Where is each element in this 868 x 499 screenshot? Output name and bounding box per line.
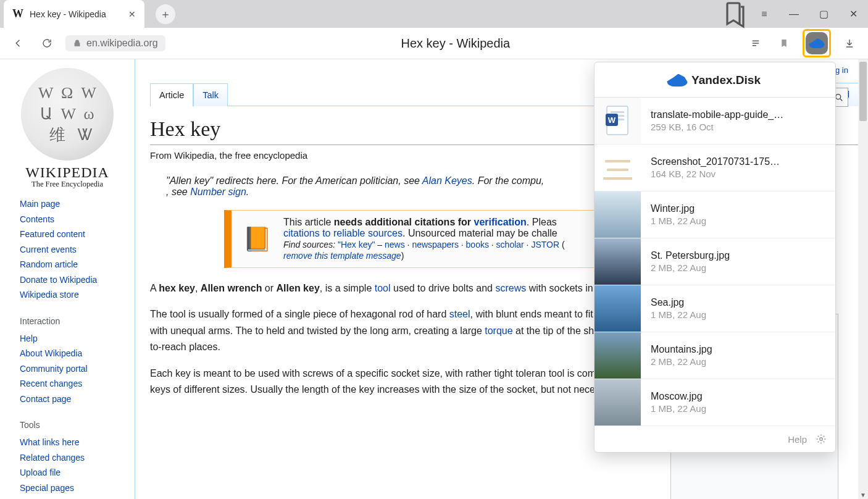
ambox-book-icon: 📙 [241, 217, 272, 261]
panel-footer: Help [595, 426, 835, 452]
nav-tools-link-0[interactable]: What links here [20, 437, 79, 447]
link-torque[interactable]: torque [485, 325, 512, 336]
browser-menu-icon[interactable]: ≡ [749, 0, 779, 28]
wikipedia-wordmark: WIKIPEDIA [0, 164, 135, 181]
yandex-disk-panel: Yandex.Disk Wtranslate-mobile-app-guide_… [594, 62, 836, 453]
nav-tools-link-2[interactable]: Upload file [20, 468, 61, 477]
tab-talk[interactable]: Talk [193, 83, 228, 106]
tab-close-icon[interactable]: ✕ [128, 9, 136, 19]
file-row[interactable]: Sea.jpg1 MB, 22 Aug [595, 285, 835, 332]
yandex-disk-extension-button[interactable] [806, 32, 828, 54]
file-name: Winter.jpg [651, 203, 825, 214]
bookmarks-bar-icon[interactable] [720, 0, 749, 28]
wikipedia-globe-icon [21, 68, 114, 161]
link-remove-template[interactable]: remove this template message [283, 251, 401, 261]
file-thumb-img [595, 332, 641, 379]
wiki-sidebar: WIKIPEDIA The Free Encyclopedia Main pag… [0, 59, 135, 499]
nav-main-link-1[interactable]: Contents [20, 214, 54, 224]
file-thumb-img [595, 191, 641, 238]
file-meta: 259 KB, 16 Oct [651, 122, 825, 132]
file-row[interactable]: Winter.jpg1 MB, 22 Aug [595, 191, 835, 238]
bookmark-page-icon[interactable] [774, 33, 794, 53]
nav-main-link-3[interactable]: Current events [20, 245, 77, 254]
link-news[interactable]: news [385, 240, 405, 250]
tab-title: Hex key - Wikipedia [30, 9, 122, 19]
browser-titlebar: W Hex key - Wikipedia ✕ ＋ ≡ — ▢ ✕ [0, 0, 868, 28]
scroll-thumb[interactable] [859, 62, 867, 121]
link-verification[interactable]: verification [474, 217, 527, 227]
file-name: Sea.jpg [651, 297, 825, 308]
nav-main-link-5[interactable]: Donate to Wikipedia [20, 275, 97, 285]
link-number-sign[interactable]: Number sign [190, 187, 246, 197]
nav-main-link-0[interactable]: Main page [20, 199, 60, 209]
yandex-disk-extension-highlight [803, 29, 831, 57]
svg-rect-2 [611, 111, 624, 113]
file-meta: 1 MB, 22 Aug [651, 403, 825, 414]
svg-point-7 [820, 438, 823, 441]
file-thumb-doc: W [595, 98, 641, 144]
link-steel[interactable]: steel [449, 309, 470, 319]
nav-interaction-link-3[interactable]: Recent changes [20, 379, 82, 388]
panel-title: Yandex.Disk [595, 62, 835, 97]
file-thumb-img [595, 238, 641, 285]
panel-help-link[interactable]: Help [788, 434, 807, 445]
file-name: Moscow.jpg [651, 391, 825, 402]
window-minimize-icon[interactable]: — [779, 0, 809, 28]
file-name: St. Petersburg.jpg [651, 250, 825, 261]
link-reliable-sources[interactable]: citations to reliable sources [283, 228, 403, 238]
browser-toolbar: en.wikipedia.org Hex key - Wikipedia [0, 28, 868, 59]
browser-tab-active[interactable]: W Hex key - Wikipedia ✕ [4, 0, 144, 28]
file-row[interactable]: St. Petersburg.jpg2 MB, 22 Aug [595, 238, 835, 285]
file-row[interactable]: Wtranslate-mobile-app-guide_…259 KB, 16 … [595, 97, 835, 144]
nav-tools-link-1[interactable]: Related changes [20, 453, 85, 463]
file-name: translate-mobile-app-guide_… [651, 109, 825, 120]
nav-main-link-2[interactable]: Featured content [20, 229, 85, 239]
file-meta: 2 MB, 22 Aug [651, 356, 825, 367]
url-text: en.wikipedia.org [86, 38, 158, 49]
downloads-icon[interactable] [840, 33, 859, 53]
nav-heading-interaction: Interaction [20, 316, 121, 326]
nav-main-link-6[interactable]: Wikipedia store [20, 290, 79, 300]
file-meta: 1 MB, 22 Aug [651, 309, 825, 320]
nav-reload-button[interactable] [37, 33, 57, 53]
page-title: Hex key - Wikipedia [174, 36, 737, 51]
cloud-icon [667, 74, 688, 87]
nav-interaction-link-2[interactable]: Community portal [20, 364, 88, 374]
url-box[interactable]: en.wikipedia.org [65, 35, 165, 51]
page-scrollbar[interactable]: ▲ ▼ [858, 59, 868, 499]
wikipedia-logo[interactable]: WIKIPEDIA The Free Encyclopedia [0, 68, 135, 189]
window-close-icon[interactable]: ✕ [838, 0, 868, 28]
file-name: Mountains.jpg [651, 344, 825, 355]
file-row[interactable]: Screenshot_20170731-175…164 KB, 22 Nov [595, 144, 835, 191]
new-tab-button[interactable]: ＋ [156, 4, 175, 24]
nav-tools-link-3[interactable]: Special pages [20, 483, 74, 493]
nav-interaction-link-4[interactable]: Contact page [20, 394, 71, 404]
file-meta: 2 MB, 22 Aug [651, 262, 825, 273]
nav-main-link-4[interactable]: Random article [20, 259, 78, 269]
cloud-icon [809, 38, 825, 48]
login-link[interactable]: g in [835, 65, 848, 75]
link-alan-keyes[interactable]: Alan Keyes [422, 175, 472, 186]
file-thumb-shot [595, 145, 641, 191]
window-maximize-icon[interactable]: ▢ [809, 0, 838, 28]
svg-point-0 [835, 94, 840, 99]
gear-icon[interactable] [816, 434, 827, 445]
tab-article[interactable]: Article [150, 83, 193, 107]
file-row[interactable]: Mountains.jpg2 MB, 22 Aug [595, 332, 835, 379]
link-tool[interactable]: tool [375, 283, 391, 293]
link-find-hexkey[interactable]: "Hex key" [338, 240, 375, 250]
link-screws[interactable]: screws [495, 283, 526, 293]
nav-back-button[interactable] [9, 33, 28, 53]
reader-mode-icon[interactable] [746, 33, 766, 53]
file-thumb-img [595, 379, 641, 426]
link-books[interactable]: books [466, 240, 489, 250]
scroll-down-icon[interactable]: ▼ [858, 490, 868, 499]
link-newspapers[interactable]: newspapers [412, 240, 459, 250]
nav-interaction-link-1[interactable]: About Wikipedia [20, 348, 82, 358]
tab-favicon-icon: W [12, 7, 23, 20]
file-name: Screenshot_20170731-175… [651, 156, 825, 167]
link-scholar[interactable]: scholar [496, 240, 524, 250]
nav-interaction-link-0[interactable]: Help [20, 333, 38, 343]
link-jstor[interactable]: JSTOR [531, 240, 559, 250]
file-row[interactable]: Moscow.jpg1 MB, 22 Aug [595, 379, 835, 426]
